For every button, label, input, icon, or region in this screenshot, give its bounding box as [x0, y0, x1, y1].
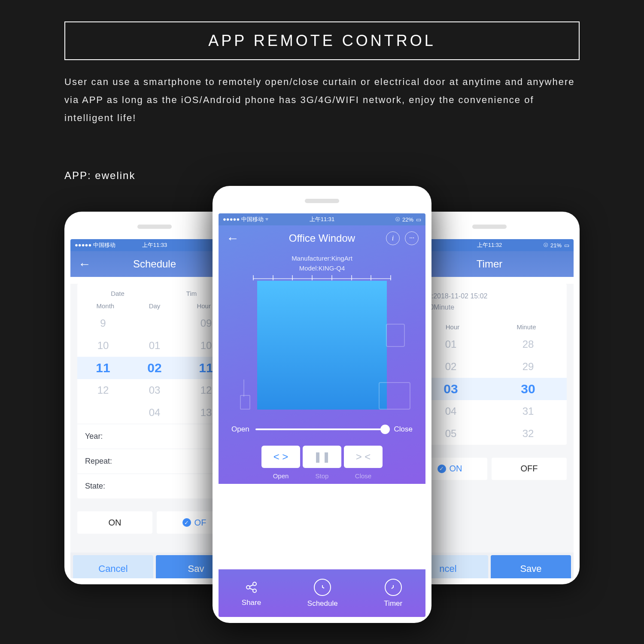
phones-row: ●●●●● 中国移动 上午11:33 ᯤ ← Schedule Date Tim [64, 186, 580, 564]
info-icon[interactable]: i [386, 231, 400, 245]
svg-line-4 [249, 588, 253, 590]
clock-icon [314, 579, 331, 596]
col-month: Month [81, 302, 130, 310]
clock: 上午11:32 [477, 241, 502, 249]
app-label: APP: ewelink [64, 170, 580, 182]
phone-speaker [137, 225, 172, 229]
battery-level: 21% [550, 242, 562, 249]
open-button[interactable]: < > [261, 446, 300, 468]
nav-bar: ← Office Window i ··· [219, 225, 425, 251]
date-picker[interactable]: 9 10 11 12 01 02 03 04 [77, 312, 232, 424]
close-label: Close [344, 472, 383, 480]
slider-open-label: Open [231, 425, 249, 434]
state-off-button[interactable]: OFF [492, 458, 567, 480]
page-description: User can use a smartphone to remotely op… [64, 73, 580, 127]
battery-icon: ▭ [416, 216, 421, 223]
tab-bar: Share Schedule Timer [219, 569, 425, 617]
tab-timer[interactable]: Timer [384, 579, 402, 608]
device-title: Office Window [289, 232, 355, 244]
screen-title: Timer [477, 258, 502, 270]
row-repeat[interactable]: Repeat:Onl [77, 449, 232, 474]
col-minute: Minute [489, 323, 563, 331]
carrier: ●●●●● 中国移动 [75, 241, 115, 249]
tab-date[interactable]: Date [81, 290, 155, 297]
cancel-button[interactable]: Cancel [73, 555, 153, 578]
phone-speaker [472, 225, 507, 229]
phone-speaker [305, 199, 339, 203]
status-bar: ●●●●● 中国移动 ᯤ 上午11:31 ⦾22%▭ [219, 213, 425, 225]
curtain-illustration [231, 276, 413, 418]
row-year[interactable]: Year:Th [77, 424, 232, 449]
back-icon[interactable]: ← [226, 232, 239, 245]
slider-close-label: Close [394, 425, 413, 434]
open-label: Open [261, 472, 300, 480]
tab-schedule[interactable]: Schedule [307, 579, 338, 608]
device-meta: Manufacturer:KingArt Model:KING-Q4 [219, 254, 425, 273]
plant-icon [236, 375, 253, 410]
check-icon: ✓ [182, 518, 191, 527]
battery-level: 22% [402, 216, 413, 223]
battery-icon: ▭ [564, 242, 569, 249]
slider-thumb[interactable] [380, 425, 390, 434]
phone-device: ●●●●● 中国移动 ᯤ 上午11:31 ⦾22%▭ ← Office Wind… [213, 186, 431, 623]
dresser-icon [379, 382, 410, 410]
col-day: Day [130, 302, 179, 310]
timer-icon [385, 579, 402, 596]
clock: 上午11:33 [142, 241, 167, 249]
lock-icon: ⦾ [544, 242, 548, 249]
more-icon[interactable]: ··· [405, 231, 419, 245]
screen-title: Schedule [133, 258, 176, 270]
share-icon [244, 580, 259, 595]
check-icon: ✓ [437, 465, 446, 473]
frame-icon [386, 324, 405, 347]
carrier: ●●●●● 中国移动 ᯤ [223, 216, 271, 223]
svg-line-3 [249, 585, 253, 586]
time-picker[interactable]: 01 02 03 04 05 28 29 30 31 [412, 333, 567, 445]
tab-share[interactable]: Share [242, 580, 261, 607]
timer-info: n at:2018-11-02 15:02 ur30Minute [412, 284, 567, 317]
stop-label: Stop [303, 472, 341, 480]
row-state: State: [77, 474, 232, 498]
clock: 上午11:31 [310, 216, 335, 223]
position-slider[interactable] [255, 428, 388, 430]
lock-icon: ⦾ [395, 216, 400, 223]
save-button[interactable]: Save [491, 555, 571, 578]
stop-button[interactable]: ❚❚ [303, 446, 341, 468]
close-button[interactable]: > < [344, 446, 383, 468]
back-icon[interactable]: ← [78, 258, 91, 270]
state-on-button[interactable]: ON [77, 511, 152, 534]
page-title: APP REMOTE CONTROL [64, 21, 580, 60]
